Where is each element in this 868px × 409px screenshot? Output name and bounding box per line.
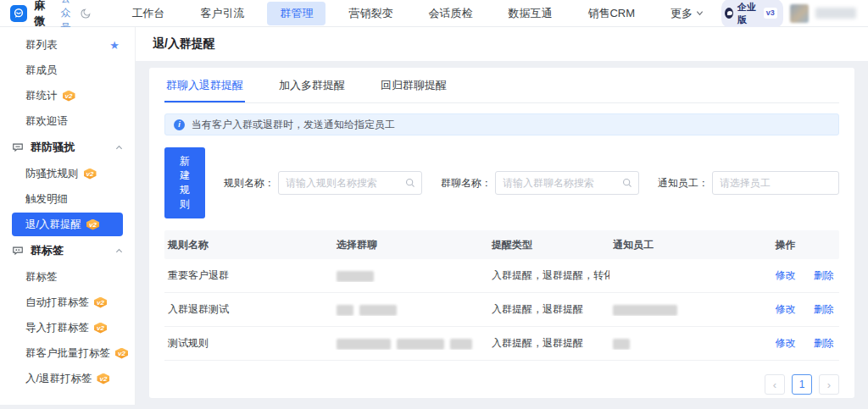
sidebar-section-group-tags[interactable]: 群标签	[0, 237, 135, 264]
v2-badge: v2	[97, 373, 109, 384]
cell-rule-name: 重要客户退群	[164, 268, 333, 283]
chevron-up-icon	[115, 247, 123, 255]
cell-group-chat-redacted	[333, 303, 488, 315]
edit-link[interactable]: 修改	[775, 303, 795, 315]
cell-actions: 修改 删除	[771, 302, 839, 317]
tab-multi-group-reminder[interactable]: 加入多群提醒	[277, 68, 347, 102]
redacted-text-block	[337, 271, 374, 282]
sidebar-item-auto-tag[interactable]: 自动打群标签 v2	[0, 290, 135, 315]
col-group-chat: 选择群聊	[333, 238, 488, 252]
redacted-text-block	[337, 305, 353, 316]
v2-badge: v2	[86, 219, 99, 230]
edition-logo-icon	[725, 8, 733, 19]
edition-badge[interactable]: 企业版 v3	[721, 0, 783, 28]
cell-notify-staff-redacted	[609, 303, 771, 315]
nav-item-data-interop[interactable]: 数据互通	[495, 2, 565, 25]
edit-link[interactable]: 修改	[775, 269, 795, 281]
prev-page-button[interactable]: ‹	[765, 374, 785, 395]
table-row: 入群退群测试 入群提醒，退群提醒 修改 删除	[164, 293, 839, 327]
nav-item-conversation-qc[interactable]: 会话质检	[415, 2, 485, 25]
sidebar-section-anti-harassment[interactable]: 群防骚扰	[0, 134, 135, 161]
cell-rule-name: 入群退群测试	[164, 302, 333, 317]
content-card: 群聊入退群提醒 加入多群提醒 回归群聊提醒 i 当有客户入群或退群时，发送通知给…	[149, 68, 854, 398]
new-rule-button[interactable]: 新建规则	[164, 147, 205, 218]
edit-link[interactable]: 修改	[775, 337, 795, 349]
table-row: 重要客户退群 入群提醒，退群提醒，转化... 修改 删除	[164, 259, 839, 293]
col-notify-staff: 通知员工	[609, 238, 771, 252]
sidebar-item-group-stats[interactable]: 群统计 v2	[0, 83, 135, 108]
v2-badge: v2	[94, 297, 107, 308]
nav-item-customer-acquisition[interactable]: 客户引流	[187, 2, 257, 25]
nav-item-marketing-fission[interactable]: 营销裂变	[336, 2, 405, 25]
app-logo[interactable]	[10, 5, 27, 22]
content-area: 群聊入退群提醒 加入多群提醒 回归群聊提醒 i 当有客户入群或退群时，发送通知给…	[136, 61, 868, 405]
cell-group-chat-redacted	[333, 269, 488, 281]
notify-staff-select-input[interactable]	[712, 171, 839, 195]
topbar: 芝麻微客 公众号 工作台 客户引流 群管理 营销裂变 会话质检 数据互通 销售C…	[0, 0, 868, 27]
redacted-text-block	[337, 339, 391, 350]
topbar-account-area: 企业版 v3	[721, 0, 856, 28]
filter-rule-name: 规则名称：	[224, 171, 422, 195]
page-header: 退/入群提醒	[136, 27, 868, 61]
cell-remind-type: 入群提醒，退群提醒，转化...	[488, 268, 609, 283]
search-icon[interactable]	[622, 178, 632, 188]
tab-return-group-reminder[interactable]: 回归群聊提醒	[379, 68, 448, 102]
col-rule-name: 规则名称	[164, 238, 333, 252]
cell-notify-staff-redacted	[609, 337, 771, 349]
info-banner-text: 当有客户入群或退群时，发送通知给指定员工	[192, 118, 395, 132]
col-remind-type: 提醒类型	[488, 238, 609, 252]
col-actions: 操作	[771, 238, 839, 252]
pagination: ‹ 1 ›	[164, 374, 839, 395]
sidebar-item-exit-join-reminder[interactable]: 退/入群提醒 v2	[12, 213, 123, 236]
delete-link[interactable]: 删除	[814, 303, 834, 315]
toolbar: 新建规则 规则名称： 群聊名称：	[164, 147, 839, 218]
delete-link[interactable]: 删除	[814, 269, 834, 281]
tab-group-join-exit-reminder[interactable]: 群聊入退群提醒	[164, 68, 245, 102]
sidebar-item-group-list[interactable]: 群列表 ★	[0, 32, 135, 58]
sidebar-item-trigger-details[interactable]: 触发明细	[0, 186, 135, 212]
rule-name-search-input[interactable]	[278, 171, 422, 195]
group-name-search-input[interactable]	[495, 171, 639, 195]
delete-link[interactable]: 删除	[814, 337, 834, 349]
cell-actions: 修改 删除	[771, 268, 839, 283]
next-page-button[interactable]: ›	[819, 374, 839, 395]
sidebar-item-join-exit-tag[interactable]: 入/退群打标签 v2	[0, 366, 135, 391]
moon-icon	[81, 8, 92, 19]
sidebar-item-group-welcome[interactable]: 群欢迎语	[0, 108, 135, 134]
info-banner: i 当有客户入群或退群时，发送通知给指定员工	[164, 113, 839, 135]
version-badge: v3	[764, 8, 777, 19]
table-header-row: 规则名称 选择群聊 提醒类型 通知员工 操作	[164, 230, 839, 259]
page-number-current[interactable]: 1	[792, 374, 812, 395]
sidebar-item-group-members[interactable]: 群成员	[0, 58, 135, 83]
v2-badge: v2	[94, 323, 107, 334]
sidebar-item-anti-harassment-rules[interactable]: 防骚扰规则 v2	[0, 161, 135, 186]
sidebar-item-batch-tag[interactable]: 群客户批量打标签 v2	[0, 340, 135, 366]
chevron-down-icon	[696, 9, 704, 17]
sidebar-item-group-tags[interactable]: 群标签	[0, 264, 135, 290]
page-title: 退/入群提醒	[153, 36, 215, 52]
nav-item-group-management[interactable]: 群管理	[267, 2, 326, 25]
redacted-text-block	[450, 339, 472, 350]
redacted-text-block	[613, 339, 630, 350]
favorite-star-icon[interactable]: ★	[109, 39, 120, 52]
redacted-text-block	[359, 305, 397, 316]
nav-item-more[interactable]: 更多	[658, 2, 716, 25]
cell-remind-type: 入群提醒，退群提醒	[488, 302, 609, 317]
notify-staff-label: 通知员工：	[658, 176, 709, 191]
nav-item-workbench[interactable]: 工作台	[119, 2, 177, 25]
dark-mode-toggle[interactable]	[81, 8, 92, 19]
search-icon[interactable]	[405, 178, 415, 188]
username-redacted[interactable]	[815, 8, 856, 19]
cell-remind-type: 入群提醒，退群提醒	[488, 336, 609, 351]
top-navigation: 工作台 客户引流 群管理 营销裂变 会话质检 数据互通 销售CRM 更多	[114, 2, 721, 25]
chevron-up-icon	[115, 144, 123, 152]
v2-badge: v2	[115, 348, 128, 359]
cell-rule-name: 测试规则	[164, 336, 333, 351]
filter-group-name: 群聊名称：	[441, 171, 639, 195]
v2-badge: v2	[84, 169, 97, 180]
tag-bubble-icon	[12, 245, 24, 257]
sidebar: 群列表 ★ 群成员 群统计 v2 群欢迎语 群防骚扰 防骚扰规则 v2 触发明细…	[0, 27, 136, 405]
nav-item-sales-crm[interactable]: 销售CRM	[575, 2, 648, 25]
sidebar-item-import-tag[interactable]: 导入打群标签 v2	[0, 315, 135, 340]
avatar[interactable]	[790, 4, 809, 23]
